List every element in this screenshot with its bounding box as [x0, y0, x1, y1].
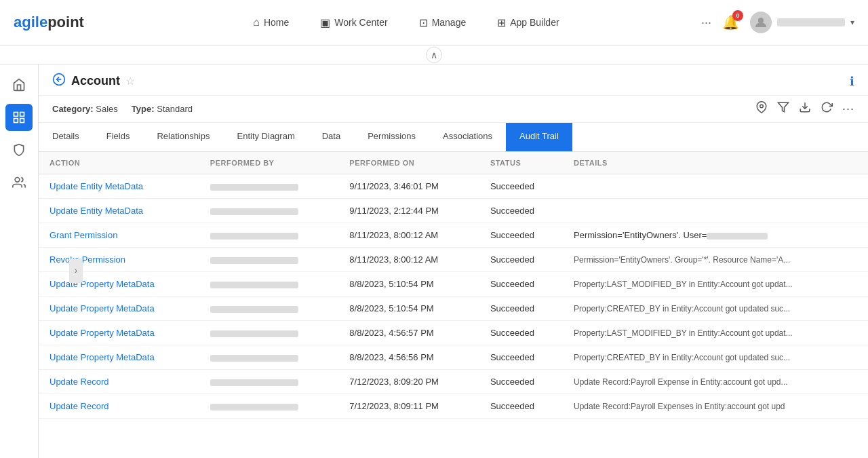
cell-status: Succeeded [479, 174, 563, 199]
favorite-icon[interactable]: ☆ [125, 75, 135, 88]
nav-work-center[interactable]: ▣ Work Center [315, 13, 393, 33]
type-key: Type: [132, 104, 155, 114]
cell-details [563, 174, 868, 199]
cell-details: Permission='EntityOwners'. User= [563, 223, 868, 248]
nav-more-button[interactable]: ··· [701, 16, 711, 30]
col-action: ACTION [39, 152, 199, 174]
info-icon[interactable]: ℹ [850, 74, 854, 89]
logo-text: agilepoint [14, 14, 84, 31]
cell-performed-on: 8/11/2023, 8:00:12 AM [338, 248, 479, 272]
cell-performed-by [199, 199, 339, 223]
nav-right: ··· 🔔 0 ▾ [701, 12, 854, 33]
detail-text: Property:LAST_MODIFIED_BY in Entity:Acco… [574, 280, 793, 289]
nav-items: ⌂ Home ▣ Work Center ⊡ Manage ⊞ App Buil… [111, 13, 701, 33]
expand-sidebar-button[interactable]: › [69, 259, 83, 283]
action-link[interactable]: Update Property MetaData [50, 352, 155, 362]
tab-associations[interactable]: Associations [429, 123, 506, 151]
filter-icon[interactable] [777, 101, 789, 117]
cell-action: Update Entity MetaData [39, 174, 199, 199]
action-link[interactable]: Update Property MetaData [50, 328, 155, 338]
performed-by-value [210, 208, 298, 215]
toolbar-icons: ··· [755, 101, 854, 117]
tab-relationships[interactable]: Relationships [143, 123, 223, 151]
table-row: Revoke Permission8/11/2023, 8:00:12 AMSu… [39, 248, 868, 272]
cell-action: Revoke Permission [39, 248, 199, 272]
cell-details [563, 199, 868, 223]
table-row: Update Property MetaData8/8/2023, 4:56:5… [39, 321, 868, 345]
download-icon[interactable] [799, 101, 811, 117]
collapse-bar: ∧ [0, 45, 868, 64]
cell-action: Update Entity MetaData [39, 199, 199, 223]
refresh-icon[interactable] [821, 101, 833, 117]
svg-marker-9 [778, 102, 788, 112]
collapse-button[interactable]: ∧ [426, 47, 442, 63]
tab-permissions[interactable]: Permissions [354, 123, 429, 151]
cell-status: Succeeded [479, 345, 563, 370]
cell-performed-on: 8/8/2023, 4:56:56 PM [338, 345, 479, 370]
table-row: Update Record7/12/2023, 8:09:11 PMSuccee… [39, 394, 868, 419]
cell-performed-on: 9/11/2023, 3:46:01 PM [338, 174, 479, 199]
collapse-icon: ∧ [431, 50, 437, 60]
performed-by-value [210, 330, 298, 337]
expand-icon: › [75, 266, 77, 275]
home-icon: ⌂ [253, 16, 260, 28]
action-link[interactable]: Update Record [50, 377, 108, 387]
detail-text: Property:CREATED_BY in Entity:Account go… [574, 353, 790, 362]
cell-status: Succeeded [479, 297, 563, 321]
tab-details[interactable]: Details [39, 123, 93, 151]
cell-details: Property:CREATED_BY in Entity:Account go… [563, 345, 868, 370]
nav-manage[interactable]: ⊡ Manage [414, 13, 472, 33]
tab-data[interactable]: Data [309, 123, 354, 151]
action-link[interactable]: Grant Permission [50, 230, 117, 240]
back-button[interactable] [52, 73, 66, 90]
sidebar [0, 64, 39, 458]
notification-button[interactable]: 🔔 0 [722, 14, 739, 31]
cell-details: Property:LAST_MODIFIED_BY in Entity:Acco… [563, 321, 868, 345]
cell-details: Permission='EntityOwners'. Group='*'. Re… [563, 248, 868, 272]
meta-info: Category: Sales Type: Standard [52, 104, 193, 114]
more-options-icon[interactable]: ··· [842, 102, 854, 116]
logo-blue: agile [14, 14, 47, 31]
tab-audit-trail[interactable]: Audit Trail [506, 123, 572, 151]
tabs: Details Fields Relationships Entity Diag… [39, 123, 868, 152]
cell-performed-on: 7/12/2023, 8:09:11 PM [338, 394, 479, 419]
col-status: STATUS [479, 152, 563, 174]
sidebar-item-entity[interactable] [5, 104, 33, 131]
type-label: Type: Standard [132, 104, 193, 114]
main-layout: › Account ☆ ℹ Category: [0, 64, 868, 458]
user-menu[interactable]: ▾ [750, 12, 854, 33]
tab-fields[interactable]: Fields [93, 123, 144, 151]
tab-entity-diagram[interactable]: Entity Diagram [223, 123, 308, 151]
logo: agilepoint [14, 14, 84, 31]
category-label: Category: Sales [52, 104, 118, 114]
location-icon[interactable] [755, 101, 768, 117]
nav-app-builder-label: App Builder [510, 17, 559, 28]
cell-performed-by [199, 297, 339, 321]
action-link[interactable]: Revoke Permission [50, 254, 125, 265]
svg-point-0 [758, 18, 764, 23]
cell-status: Succeeded [479, 370, 563, 394]
cell-performed-by [199, 370, 339, 394]
action-link[interactable]: Update Record [50, 401, 108, 411]
cell-details: Update Record:Payroll Expenses in Entity… [563, 394, 868, 419]
page-title: Account [71, 74, 120, 88]
logo-dark: point [47, 14, 84, 31]
action-link[interactable]: Update Entity MetaData [50, 206, 143, 216]
svg-point-8 [760, 104, 764, 108]
detail-text: Permission='EntityOwners'. Group='*'. Re… [574, 255, 790, 265]
cell-performed-by [199, 272, 339, 297]
action-link[interactable]: Update Property MetaData [50, 279, 155, 289]
action-link[interactable]: Update Entity MetaData [50, 181, 143, 191]
sidebar-item-users[interactable] [5, 169, 33, 196]
sidebar-item-home[interactable] [5, 71, 33, 98]
action-link[interactable]: Update Property MetaData [50, 303, 155, 313]
nav-app-builder[interactable]: ⊞ App Builder [492, 13, 564, 33]
cell-performed-on: 7/12/2023, 8:09:20 PM [338, 370, 479, 394]
nav-home[interactable]: ⌂ Home [248, 13, 294, 32]
cell-status: Succeeded [479, 321, 563, 345]
sidebar-item-shield[interactable] [5, 136, 33, 164]
svg-rect-2 [20, 113, 24, 117]
table-row: Update Property MetaData8/8/2023, 5:10:5… [39, 297, 868, 321]
cell-performed-on: 8/11/2023, 8:00:12 AM [338, 223, 479, 248]
performed-by-value [210, 282, 298, 288]
